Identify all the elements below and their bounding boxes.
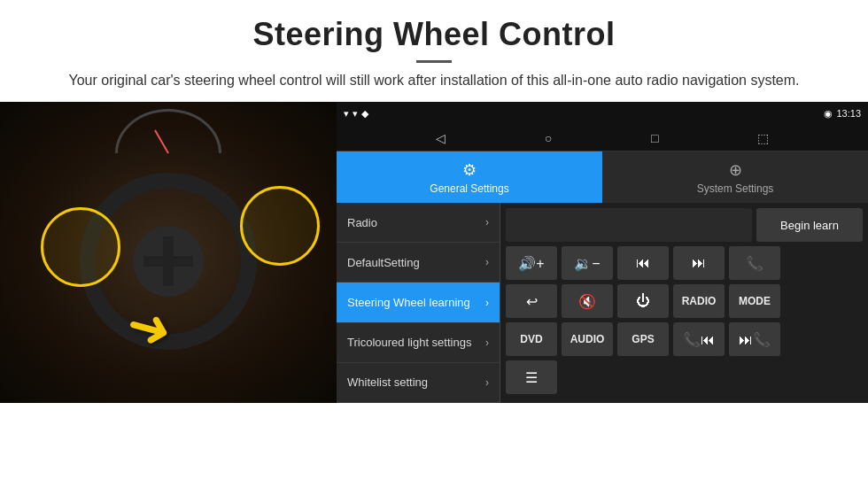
gps-button[interactable]: GPS	[617, 322, 669, 356]
next-phone-button[interactable]: ⏭📞	[729, 322, 780, 356]
hang-up-icon: ↩	[526, 293, 538, 310]
tab-system-settings[interactable]: ⊕ System Settings	[602, 151, 868, 203]
tab-general-label: General Settings	[430, 182, 508, 195]
menu-item-default-label: DefaultSetting	[347, 256, 420, 269]
top-section: Steering Wheel Control Your original car…	[0, 0, 868, 102]
right-panel: Begin learn 🔊+ 🔉− ⏮ ⏭	[500, 203, 868, 403]
begin-learn-button[interactable]: Begin learn	[756, 208, 863, 242]
wifi-icon: ▾	[344, 108, 349, 120]
tabs-row: ⚙ General Settings ⊕ System Settings	[337, 151, 868, 203]
left-menu: Radio › DefaultSetting › Steering Wheel …	[337, 203, 500, 403]
gps-label: GPS	[632, 333, 654, 345]
system-settings-icon: ⊕	[729, 160, 742, 180]
recents-nav-icon[interactable]: □	[651, 131, 658, 145]
status-icons-left: ▾ ▾ ◆	[344, 108, 368, 120]
hang-up-button[interactable]: ↩	[506, 284, 557, 318]
menu-item-steering-wheel[interactable]: Steering Wheel learning ›	[337, 283, 500, 322]
mode-button[interactable]: MODE	[729, 284, 780, 318]
menu-tricoloured-chevron: ›	[485, 337, 489, 349]
panel-row-5: ☰	[506, 360, 863, 394]
menu-item-radio[interactable]: Radio ›	[337, 203, 500, 243]
vol-up-button[interactable]: 🔊+	[506, 246, 557, 280]
phone-icon: 📞	[746, 255, 763, 272]
panel-row-3: ↩ 🔇 ⏻ RADIO MODE	[506, 284, 863, 318]
general-settings-icon: ⚙	[462, 160, 477, 180]
list-icon: ☰	[525, 369, 538, 386]
menu-item-whitelist-label: Whitelist setting	[347, 375, 428, 389]
learn-display-area	[506, 208, 752, 242]
mute-button[interactable]: 🔇	[562, 284, 613, 318]
nav-bar[interactable]: ◁ ○ □ ⬚	[337, 125, 868, 151]
screenshot-nav-icon[interactable]: ⬚	[757, 131, 769, 145]
prev-track-icon: ⏮	[636, 255, 650, 271]
next-track-button[interactable]: ⏭	[673, 246, 725, 280]
mute-icon: 🔇	[578, 293, 596, 310]
dashboard-hint	[115, 109, 221, 153]
vol-up-icon: 🔊+	[518, 255, 544, 272]
menu-item-default-setting[interactable]: DefaultSetting ›	[337, 243, 500, 283]
subtitle: Your original car's steering wheel contr…	[53, 70, 815, 91]
radio-label: RADIO	[682, 295, 717, 307]
dvd-button[interactable]: DVD	[506, 322, 557, 356]
highlight-circle-right	[240, 186, 320, 266]
list-button[interactable]: ☰	[506, 360, 557, 394]
power-icon: ⏻	[636, 293, 650, 309]
back-nav-icon[interactable]: ◁	[436, 131, 446, 145]
power-button[interactable]: ⏻	[617, 284, 669, 318]
mode-label: MODE	[739, 295, 771, 307]
menu-item-whitelist[interactable]: Whitelist setting ›	[337, 363, 500, 403]
car-image-section: ➜	[0, 102, 337, 403]
menu-default-chevron: ›	[485, 256, 489, 268]
home-nav-icon[interactable]: ○	[545, 131, 552, 145]
status-bar: ▾ ▾ ◆ ◉ 13:13	[337, 102, 868, 125]
prev-track-button[interactable]: ⏮	[617, 246, 669, 280]
vol-down-icon: 🔉−	[574, 255, 600, 272]
next-phone-icon: ⏭📞	[739, 331, 771, 348]
phone-button[interactable]: 📞	[729, 246, 780, 280]
audio-button[interactable]: AUDIO	[562, 322, 613, 356]
radio-button[interactable]: RADIO	[673, 284, 725, 318]
menu-radio-chevron: ›	[485, 216, 489, 228]
prev-phone-button[interactable]: 📞⏮	[673, 322, 725, 356]
menu-steering-chevron: ›	[485, 297, 489, 309]
begin-learn-label: Begin learn	[780, 219, 839, 232]
location-icon: ◉	[824, 108, 833, 120]
clock: 13:13	[836, 108, 861, 119]
panel-row-4: DVD AUDIO GPS 📞⏮ ⏭📞	[506, 322, 863, 356]
panel-row-1: Begin learn	[506, 208, 863, 242]
prev-phone-icon: 📞⏮	[683, 331, 715, 348]
gauge-needle	[154, 130, 169, 154]
vol-down-button[interactable]: 🔉−	[562, 246, 613, 280]
status-icons-right: ◉ 13:13	[824, 108, 861, 120]
menu-item-tricoloured[interactable]: Tricoloured light settings ›	[337, 323, 500, 363]
content-row: ➜ ▾ ▾ ◆ ◉ 13:13 ◁ ○ □ ⬚ ⚙ G	[0, 102, 868, 421]
android-ui: ▾ ▾ ◆ ◉ 13:13 ◁ ○ □ ⬚ ⚙ General Settings…	[337, 102, 868, 403]
page-title: Steering Wheel Control	[53, 16, 815, 53]
sw-spoke-vertical	[163, 236, 174, 286]
next-track-icon: ⏭	[692, 255, 706, 271]
tab-system-label: System Settings	[697, 182, 774, 195]
main-content: Radio › DefaultSetting › Steering Wheel …	[337, 203, 868, 403]
menu-item-tricoloured-label: Tricoloured light settings	[347, 336, 471, 349]
bt-icon: ◆	[361, 108, 368, 120]
dvd-label: DVD	[520, 333, 542, 345]
menu-whitelist-chevron: ›	[485, 376, 489, 389]
panel-row-2: 🔊+ 🔉− ⏮ ⏭ 📞	[506, 246, 863, 280]
audio-label: AUDIO	[570, 333, 605, 345]
tab-general-settings[interactable]: ⚙ General Settings	[337, 151, 602, 203]
menu-item-steering-label: Steering Wheel learning	[347, 296, 470, 309]
highlight-circle-left	[41, 207, 120, 287]
signal-icon: ▾	[353, 108, 358, 120]
title-divider	[416, 60, 452, 63]
car-background: ➜	[0, 102, 337, 403]
menu-item-radio-label: Radio	[347, 216, 377, 229]
